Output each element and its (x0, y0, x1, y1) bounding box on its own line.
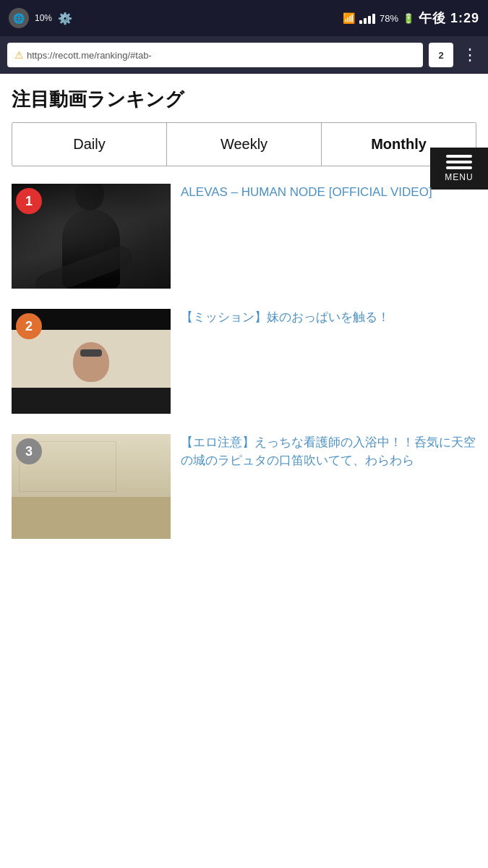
warning-icon: ⚠ (14, 49, 24, 61)
video-info-2: 【ミッション】妹のおっぱいを触る！ (171, 309, 476, 327)
url-bar[interactable]: ⚠ https://recott.me/ranking/#tab- (7, 43, 423, 67)
battery-percent-left: 10% (35, 13, 52, 23)
video-title-1[interactable]: ALEVAS – HUMAN NODE [OFFICIAL VIDEO] (181, 184, 476, 202)
rank-badge-1: 1 (16, 188, 42, 214)
ranking-list: 1 ALEVAS – HUMAN NODE [OFFICIAL VIDEO] (12, 184, 476, 559)
overflow-menu-icon[interactable]: ⋮ (459, 46, 481, 64)
ranking-item: 1 ALEVAS – HUMAN NODE [OFFICIAL VIDEO] (12, 184, 476, 289)
battery-icon: 🔋 (403, 13, 414, 24)
ranking-item: 2 【ミッション】妹のおっぱいを触る！ (12, 309, 476, 414)
battery-percent: 78% (380, 13, 398, 24)
tab-weekly[interactable]: Weekly (167, 123, 322, 166)
tab-count-button[interactable]: 2 (429, 43, 453, 67)
address-bar: ⚠ https://recott.me/ranking/#tab- 2 ⋮ (0, 36, 488, 74)
tab-daily[interactable]: Daily (12, 123, 167, 166)
thumbnail-1[interactable]: 1 (12, 184, 171, 289)
ranking-tabs: Daily Weekly Monthly (12, 122, 476, 166)
video-title-2[interactable]: 【ミッション】妹のおっぱいを触る！ (181, 309, 476, 327)
thumbnail-3[interactable]: 3 (12, 434, 171, 539)
hamburger-icon (446, 155, 472, 169)
page-content: MENU 注目動画ランキング Daily Weekly Monthly 1 (0, 74, 488, 559)
status-bar: 🌐 10% ⚙️ 📶 78% 🔋 午後 1:29 (0, 0, 488, 36)
page-title: 注目動画ランキング (12, 87, 476, 112)
ranking-item: 3 【エロ注意】えっちな看護師の入浴中！！呑気に天空の城のラピュタの口笛吹いてて… (12, 434, 476, 539)
url-text: https://recott.me/ranking/#tab- (27, 50, 152, 61)
rank-badge-2: 2 (16, 313, 42, 339)
video-info-1: ALEVAS – HUMAN NODE [OFFICIAL VIDEO] (171, 184, 476, 202)
video-title-3[interactable]: 【エロ注意】えっちな看護師の入浴中！！呑気に天空の城のラピュタの口笛吹いてて、わ… (181, 434, 476, 469)
status-left: 🌐 10% ⚙️ (9, 8, 72, 28)
settings-icon: ⚙️ (58, 12, 72, 25)
wifi-icon: 📶 (343, 12, 355, 24)
menu-label: MENU (445, 172, 473, 182)
status-right: 📶 78% 🔋 午後 1:29 (343, 9, 479, 27)
browser-icon: 🌐 (9, 8, 29, 28)
video-info-3: 【エロ注意】えっちな看護師の入浴中！！呑気に天空の城のラピュタの口笛吹いてて、わ… (171, 434, 476, 469)
signal-bars (359, 12, 375, 24)
rank-badge-3: 3 (16, 438, 42, 464)
thumbnail-2[interactable]: 2 (12, 309, 171, 414)
status-time: 午後 1:29 (419, 9, 479, 27)
